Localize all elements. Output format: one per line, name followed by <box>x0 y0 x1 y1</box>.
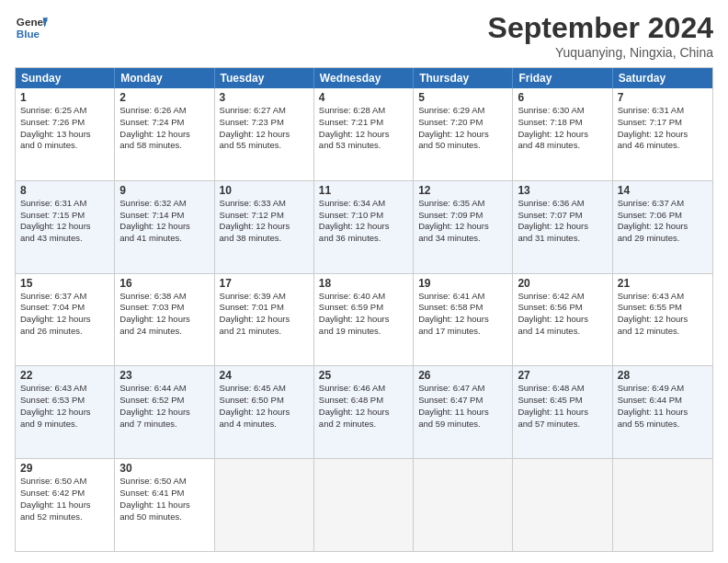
day-cell-13: 13Sunrise: 6:36 AMSunset: 7:07 PMDayligh… <box>513 181 612 273</box>
sunrise-line: Sunrise: 6:50 AM <box>20 476 109 488</box>
day-cell-23: 23Sunrise: 6:44 AMSunset: 6:52 PMDayligh… <box>115 366 214 458</box>
empty-cell <box>215 459 314 551</box>
day-number: 13 <box>518 184 607 197</box>
day-cell-30: 30Sunrise: 6:50 AMSunset: 6:41 PMDayligh… <box>115 459 214 551</box>
minutes-line: and 38 minutes. <box>220 233 309 245</box>
sunrise-line: Sunrise: 6:34 AM <box>319 198 408 210</box>
day-number: 10 <box>220 184 309 197</box>
sunset-line: Sunset: 7:24 PM <box>119 117 209 129</box>
day-number: 7 <box>618 91 708 104</box>
sunrise-line: Sunrise: 6:49 AM <box>618 383 708 395</box>
sunrise-line: Sunrise: 6:42 AM <box>518 291 607 303</box>
sunset-line: Sunset: 6:50 PM <box>220 395 309 407</box>
sunrise-line: Sunrise: 6:31 AM <box>20 198 109 210</box>
page: General Blue September 2024 Yuquanying, … <box>0 0 728 563</box>
sunrise-line: Sunrise: 6:47 AM <box>418 383 507 395</box>
sunrise-line: Sunrise: 6:25 AM <box>20 105 109 117</box>
day-number: 1 <box>20 91 109 104</box>
minutes-line: and 53 minutes. <box>319 140 408 152</box>
sunset-line: Sunset: 7:26 PM <box>20 117 109 129</box>
day-number: 28 <box>618 369 708 382</box>
minutes-line: and 59 minutes. <box>418 419 507 431</box>
day-cell-4: 4Sunrise: 6:28 AMSunset: 7:21 PMDaylight… <box>314 88 414 180</box>
day-cell-2: 2Sunrise: 6:26 AMSunset: 7:24 PMDaylight… <box>115 88 214 180</box>
sunrise-line: Sunrise: 6:40 AM <box>319 291 408 303</box>
sunset-line: Sunset: 6:55 PM <box>618 302 708 314</box>
sunrise-line: Sunrise: 6:48 AM <box>518 383 607 395</box>
sunset-line: Sunset: 7:04 PM <box>20 302 109 314</box>
daylight-line: Daylight: 12 hours <box>119 129 209 141</box>
sunrise-line: Sunrise: 6:37 AM <box>618 198 708 210</box>
day-number: 22 <box>20 369 109 382</box>
sunrise-line: Sunrise: 6:30 AM <box>518 105 607 117</box>
minutes-line: and 14 minutes. <box>518 326 607 338</box>
calendar-body: 1Sunrise: 6:25 AMSunset: 7:26 PMDaylight… <box>16 88 712 551</box>
day-cell-10: 10Sunrise: 6:33 AMSunset: 7:12 PMDayligh… <box>215 181 314 273</box>
sunset-line: Sunset: 6:45 PM <box>518 395 607 407</box>
day-number: 5 <box>418 91 507 104</box>
sunrise-line: Sunrise: 6:44 AM <box>119 383 209 395</box>
daylight-line: Daylight: 12 hours <box>220 129 309 141</box>
header-day-sunday: Sunday <box>16 68 115 88</box>
day-cell-18: 18Sunrise: 6:40 AMSunset: 6:59 PMDayligh… <box>314 274 414 366</box>
daylight-line: Daylight: 12 hours <box>518 129 607 141</box>
day-cell-14: 14Sunrise: 6:37 AMSunset: 7:06 PMDayligh… <box>613 181 712 273</box>
daylight-line: Daylight: 12 hours <box>319 407 408 419</box>
daylight-line: Daylight: 12 hours <box>220 314 309 326</box>
minutes-line: and 57 minutes. <box>518 419 607 431</box>
minutes-line: and 41 minutes. <box>119 233 209 245</box>
day-number: 29 <box>20 462 109 475</box>
minutes-line: and 21 minutes. <box>220 326 309 338</box>
day-number: 20 <box>518 277 607 290</box>
sunset-line: Sunset: 6:53 PM <box>20 395 109 407</box>
daylight-line: Daylight: 12 hours <box>618 314 708 326</box>
minutes-line: and 31 minutes. <box>518 233 607 245</box>
svg-text:General: General <box>17 16 48 28</box>
header-day-wednesday: Wednesday <box>314 68 414 88</box>
daylight-line: Daylight: 12 hours <box>20 221 109 233</box>
daylight-line: Daylight: 12 hours <box>618 129 708 141</box>
sunrise-line: Sunrise: 6:45 AM <box>220 383 309 395</box>
sunrise-line: Sunrise: 6:33 AM <box>220 198 309 210</box>
sunset-line: Sunset: 7:21 PM <box>319 117 408 129</box>
sunrise-line: Sunrise: 6:27 AM <box>220 105 309 117</box>
daylight-line: Daylight: 12 hours <box>119 314 209 326</box>
daylight-line: Daylight: 12 hours <box>418 129 507 141</box>
sunset-line: Sunset: 7:10 PM <box>319 210 408 222</box>
day-number: 24 <box>220 369 309 382</box>
header-day-monday: Monday <box>115 68 214 88</box>
daylight-line: Daylight: 12 hours <box>618 221 708 233</box>
daylight-line: Daylight: 12 hours <box>220 407 309 419</box>
day-number: 25 <box>319 369 408 382</box>
minutes-line: and 2 minutes. <box>319 419 408 431</box>
day-cell-28: 28Sunrise: 6:49 AMSunset: 6:44 PMDayligh… <box>613 366 712 458</box>
minutes-line: and 0 minutes. <box>20 140 109 152</box>
minutes-line: and 7 minutes. <box>119 419 209 431</box>
sunrise-line: Sunrise: 6:26 AM <box>119 105 209 117</box>
sunset-line: Sunset: 7:18 PM <box>518 117 607 129</box>
calendar-header: SundayMondayTuesdayWednesdayThursdayFrid… <box>16 68 712 88</box>
minutes-line: and 29 minutes. <box>618 233 708 245</box>
sunset-line: Sunset: 7:07 PM <box>518 210 607 222</box>
minutes-line: and 17 minutes. <box>418 326 507 338</box>
calendar-row-2: 15Sunrise: 6:37 AMSunset: 7:04 PMDayligh… <box>16 273 712 366</box>
day-cell-9: 9Sunrise: 6:32 AMSunset: 7:14 PMDaylight… <box>115 181 214 273</box>
sunset-line: Sunset: 6:48 PM <box>319 395 408 407</box>
day-cell-1: 1Sunrise: 6:25 AMSunset: 7:26 PMDaylight… <box>16 88 115 180</box>
sunset-line: Sunset: 7:06 PM <box>618 210 708 222</box>
daylight-line: Daylight: 12 hours <box>319 129 408 141</box>
calendar-row-4: 29Sunrise: 6:50 AMSunset: 6:42 PMDayligh… <box>16 458 712 551</box>
sunset-line: Sunset: 6:41 PM <box>119 488 209 500</box>
day-cell-25: 25Sunrise: 6:46 AMSunset: 6:48 PMDayligh… <box>314 366 414 458</box>
logo-icon: General Blue <box>15 11 48 44</box>
day-cell-27: 27Sunrise: 6:48 AMSunset: 6:45 PMDayligh… <box>513 366 612 458</box>
minutes-line: and 46 minutes. <box>618 140 708 152</box>
header-day-friday: Friday <box>513 68 612 88</box>
subtitle: Yuquanying, Ningxia, China <box>488 45 713 60</box>
header-day-tuesday: Tuesday <box>215 68 314 88</box>
sunrise-line: Sunrise: 6:39 AM <box>220 291 309 303</box>
day-number: 11 <box>319 184 408 197</box>
sunset-line: Sunset: 6:56 PM <box>518 302 607 314</box>
empty-cell <box>314 459 414 551</box>
header-day-thursday: Thursday <box>414 68 513 88</box>
